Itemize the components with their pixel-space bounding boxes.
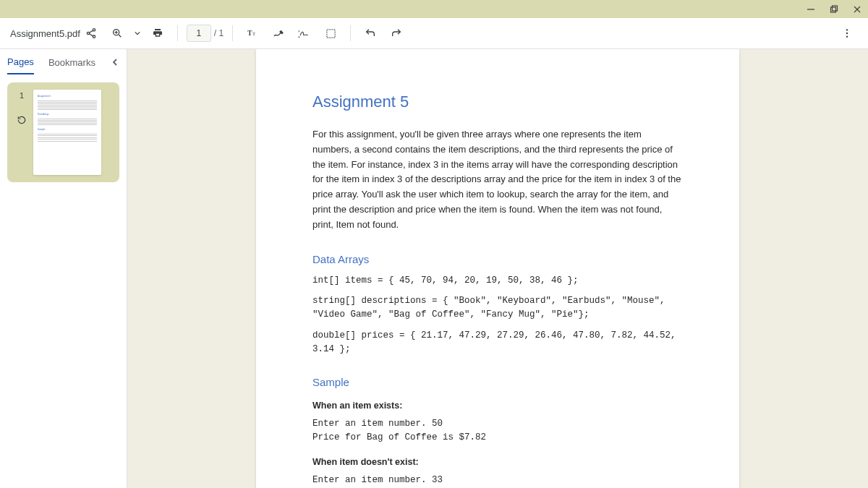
- svg-point-7: [93, 35, 95, 38]
- svg-rect-19: [327, 29, 335, 37]
- doc-intro: For this assignment, you'll be given thr…: [312, 127, 683, 233]
- more-menu-icon[interactable]: [836, 22, 858, 44]
- thumbnail-page-number: 1: [20, 91, 24, 100]
- svg-point-21: [846, 33, 848, 34]
- divider: [350, 25, 351, 41]
- svg-line-11: [119, 35, 121, 37]
- svg-point-5: [93, 29, 95, 31]
- code-descriptions: string[] descriptions = { "Book", "Keybo…: [312, 294, 683, 322]
- sign-icon[interactable]: ×: [294, 22, 315, 44]
- doc-title: Assignment 5: [312, 93, 683, 111]
- page-content: Assignment 5 For this assignment, you'll…: [256, 49, 739, 488]
- code-items: int[] items = { 45, 70, 94, 20, 19, 50, …: [312, 274, 683, 288]
- select-icon[interactable]: [320, 22, 341, 44]
- maximize-button[interactable]: [827, 3, 841, 16]
- toolbar: Assignment5.pdf / 1 TT ×: [0, 18, 868, 49]
- svg-point-20: [846, 29, 848, 30]
- document-viewer[interactable]: Assignment 5 For this assignment, you'll…: [127, 49, 868, 488]
- titlebar: [0, 0, 868, 18]
- sample-notfound-label: When item doesn't exist:: [312, 455, 683, 469]
- app-window: Assignment5.pdf / 1 TT × Pages: [0, 0, 868, 488]
- page-number-input[interactable]: [187, 25, 211, 42]
- close-button[interactable]: [851, 3, 864, 16]
- svg-point-6: [87, 32, 89, 34]
- text-tool-icon[interactable]: TT: [242, 22, 263, 44]
- zoom-dropdown-icon[interactable]: [132, 22, 142, 44]
- document-filename: Assignment5.pdf: [10, 28, 80, 39]
- page-indicator: / 1: [187, 25, 224, 42]
- heading-sample: Sample: [312, 376, 683, 388]
- sample-notfound-output: Enter an item number. 33 Item not found: [312, 474, 683, 488]
- collapse-sidebar-icon[interactable]: [111, 58, 119, 67]
- sample-exists-output: Enter an item number. 50 Price for Bag o…: [312, 417, 683, 445]
- zoom-icon[interactable]: [106, 22, 128, 44]
- tab-pages[interactable]: Pages: [7, 51, 34, 74]
- rotate-icon[interactable]: [14, 113, 29, 127]
- svg-point-22: [846, 35, 848, 37]
- svg-rect-1: [831, 7, 836, 12]
- sample-exists-label: When an item exists:: [312, 398, 683, 413]
- page-total-label: / 1: [214, 28, 224, 38]
- tab-bookmarks[interactable]: Bookmarks: [48, 51, 95, 74]
- svg-line-9: [89, 34, 93, 36]
- code-prices: double[] prices = { 21.17, 47.29, 27.29,…: [312, 329, 683, 356]
- thumbnail-container: 1 Assignment 5 Data Arrays Sample: [7, 82, 119, 182]
- svg-rect-2: [833, 6, 838, 11]
- divider: [232, 25, 233, 41]
- svg-text:T: T: [252, 31, 255, 36]
- svg-line-8: [89, 30, 93, 33]
- redo-icon[interactable]: [386, 22, 407, 44]
- draw-icon[interactable]: [268, 22, 289, 44]
- svg-text:T: T: [248, 30, 253, 37]
- divider: [177, 25, 178, 41]
- heading-data-arrays: Data Arrays: [312, 253, 683, 265]
- page-thumbnail[interactable]: Assignment 5 Data Arrays Sample: [33, 90, 101, 175]
- sidebar: Pages Bookmarks 1 Assignment 5 Data Arra…: [0, 49, 127, 488]
- share-icon[interactable]: [80, 22, 102, 44]
- undo-icon[interactable]: [359, 22, 381, 44]
- print-icon[interactable]: [147, 22, 169, 44]
- svg-text:×: ×: [298, 30, 300, 33]
- minimize-button[interactable]: [804, 3, 817, 16]
